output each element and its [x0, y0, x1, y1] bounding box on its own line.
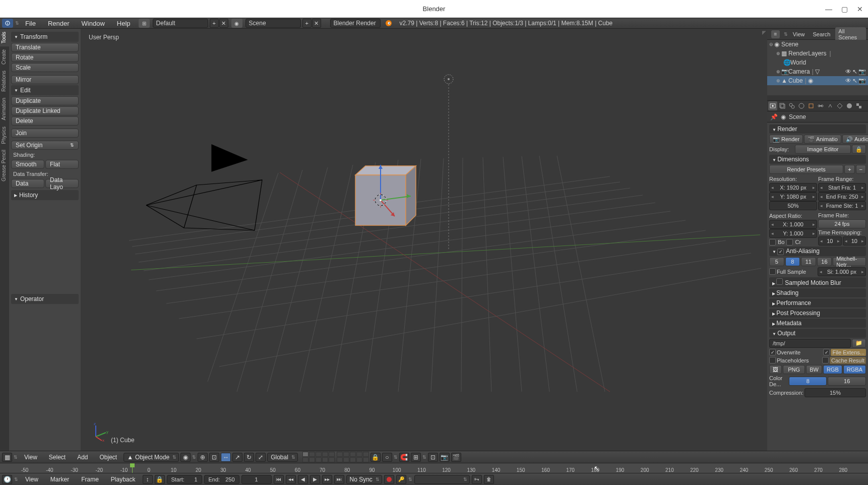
close-icon[interactable]: ✕ — [857, 5, 863, 13]
scene-browse-icon[interactable]: ◉ — [231, 19, 242, 28]
aa-11-button[interactable]: 11 — [801, 257, 816, 266]
prop-tab-render[interactable] — [768, 101, 777, 110]
vp-add-menu[interactable]: Add — [72, 454, 93, 461]
aa-8-button[interactable]: 8 — [785, 257, 800, 266]
prop-tab-renderlayers[interactable] — [778, 101, 787, 110]
frame-end-input[interactable]: End:250 — [204, 475, 239, 484]
panel-post-processing[interactable]: Post Processing — [769, 309, 866, 318]
play-reverse-icon[interactable]: ◀ — [298, 475, 308, 484]
manipulator-icon[interactable]: ↔ — [221, 453, 231, 462]
format-dropdown[interactable]: PNG — [783, 365, 805, 374]
panel-performance[interactable]: Performance — [769, 298, 866, 308]
file-ext-checkbox[interactable] — [823, 349, 830, 355]
maximize-icon[interactable]: ▢ — [841, 5, 848, 13]
eye-icon[interactable]: 👁 — [845, 68, 851, 75]
outliner-view[interactable]: View — [790, 30, 808, 38]
mb-checkbox[interactable] — [776, 278, 783, 285]
panel-dimensions[interactable]: Dimensions — [769, 155, 866, 164]
duplicate-linked-button[interactable]: Duplicate Linked — [11, 106, 79, 115]
data-layout-button[interactable]: Data Layo — [45, 179, 79, 188]
aspect-x-field[interactable]: X: 1.000 — [769, 220, 817, 229]
play-icon[interactable]: ▶ — [310, 475, 320, 484]
filter-size-field[interactable]: Si: 1.000 px — [818, 267, 866, 276]
remap-old-field[interactable]: 10 — [818, 236, 842, 246]
sync-dropdown[interactable]: No Sync — [346, 475, 382, 484]
insert-keyframe-icon[interactable]: 🗝 — [472, 475, 482, 484]
keyframe-next-icon[interactable]: ▸▸ — [322, 475, 332, 484]
preset-add-button[interactable]: + — [844, 165, 854, 174]
render-presets-dropdown[interactable]: Render Presets — [769, 165, 843, 174]
delete-button[interactable]: Delete — [11, 116, 79, 126]
remap-new-field[interactable]: 10 — [843, 236, 866, 246]
layout-dropdown[interactable]: Default — [153, 19, 208, 28]
tab-physics[interactable]: Physics — [0, 124, 9, 147]
outliner[interactable]: ⊖◉Scene ⊕▦RenderLayers| 🌐World ⊕📷Camera|… — [767, 40, 868, 95]
translate-manip-icon[interactable]: ↗ — [232, 453, 242, 462]
jump-last-icon[interactable]: ⏭ — [334, 475, 344, 484]
scene-add-button[interactable]: + — [302, 19, 312, 28]
prop-tab-modifiers[interactable] — [826, 101, 835, 110]
panel-shading[interactable]: Shading — [769, 288, 866, 297]
tab-tools[interactable]: Tools — [0, 29, 9, 46]
menu-help[interactable]: Help — [111, 20, 137, 27]
tl-marker-menu[interactable]: Marker — [45, 476, 74, 483]
aspect-y-field[interactable]: Y: 1.000 — [769, 229, 817, 238]
cursor-icon[interactable]: ↖ — [852, 77, 857, 84]
data-transfer-button[interactable]: Data — [11, 179, 44, 188]
render-icon[interactable]: 📷 — [858, 77, 866, 84]
follow-icon[interactable]: 🔒 — [155, 475, 165, 484]
rgb-button[interactable]: RGB — [823, 365, 842, 374]
minimize-icon[interactable]: — — [825, 5, 832, 13]
lock-layers-icon[interactable]: 🔒 — [370, 453, 381, 462]
render-engine-dropdown[interactable]: Blender Render — [330, 19, 381, 28]
rgba-button[interactable]: RGBA — [843, 365, 866, 374]
panel-render[interactable]: Render — [769, 125, 866, 134]
tree-world[interactable]: World — [790, 59, 806, 66]
vp-view-menu[interactable]: View — [19, 454, 42, 461]
prop-tab-material[interactable] — [845, 101, 854, 110]
frame-end-field[interactable]: End Fra: 250 — [818, 192, 866, 201]
rotate-button[interactable]: Rotate — [11, 53, 79, 62]
prop-tab-constraints[interactable] — [816, 101, 825, 110]
render-animation-button[interactable]: 🎬 Animatio — [804, 135, 841, 144]
menu-render[interactable]: Render — [42, 20, 76, 27]
format-icon[interactable]: 🖼 — [769, 365, 782, 374]
panel-operator[interactable]: Operator — [11, 294, 79, 304]
frame-start-input[interactable]: Start:1 — [167, 475, 202, 484]
set-origin-dropdown[interactable]: Set Origin⇅ — [11, 141, 79, 150]
shade-smooth-button[interactable]: Smooth — [11, 160, 44, 169]
cache-checkbox[interactable] — [822, 357, 829, 363]
tab-animation[interactable]: Animation — [0, 95, 9, 123]
orientation-dropdown[interactable]: Global — [267, 453, 298, 462]
aa-filter-dropdown[interactable]: Mitchell-Netr... — [833, 257, 866, 266]
folder-icon[interactable]: 📁 — [852, 339, 866, 348]
tree-camera[interactable]: Camera — [788, 68, 810, 75]
scene-delete-button[interactable]: ✕ — [312, 19, 321, 28]
delete-keyframe-icon[interactable]: 🗑 — [484, 475, 494, 484]
layout-delete-button[interactable]: ✕ — [219, 19, 228, 28]
outliner-search[interactable]: Search — [810, 30, 834, 38]
tl-playback-menu[interactable]: Playback — [106, 476, 141, 483]
layers-widget[interactable] — [302, 452, 369, 462]
outliner-editor-icon[interactable]: ≡ — [771, 30, 780, 38]
resolution-x-field[interactable]: X: 1920 px — [769, 183, 817, 192]
duplicate-button[interactable]: Duplicate — [11, 96, 79, 105]
depth-8-button[interactable]: 8 — [789, 377, 827, 386]
border-checkbox[interactable] — [769, 239, 776, 246]
pivot-icon[interactable]: ⊕ — [198, 453, 208, 462]
panel-output[interactable]: Output — [769, 329, 866, 338]
tab-create[interactable]: Create — [0, 46, 9, 68]
scale-button[interactable]: Scale — [11, 63, 79, 72]
render-icon[interactable]: 📷 — [858, 68, 866, 75]
prop-tab-data[interactable] — [835, 101, 844, 110]
outliner-scrollbar[interactable] — [767, 95, 868, 100]
shading-mode-icon[interactable]: ◉ — [180, 453, 191, 462]
translate-button[interactable]: Translate — [11, 43, 79, 52]
current-frame-input[interactable]: 1 — [241, 475, 272, 484]
frame-start-field[interactable]: Start Fra: 1 — [818, 183, 866, 192]
auto-keyframe-button[interactable] — [384, 475, 394, 484]
tab-grease-pencil[interactable]: Grease Pencil — [0, 147, 9, 185]
render-audio-button[interactable]: 🔊 Audio — [842, 135, 868, 144]
editor-type-icon[interactable]: ▦ — [2, 453, 12, 462]
scene-dropdown[interactable]: Scene — [245, 19, 301, 28]
